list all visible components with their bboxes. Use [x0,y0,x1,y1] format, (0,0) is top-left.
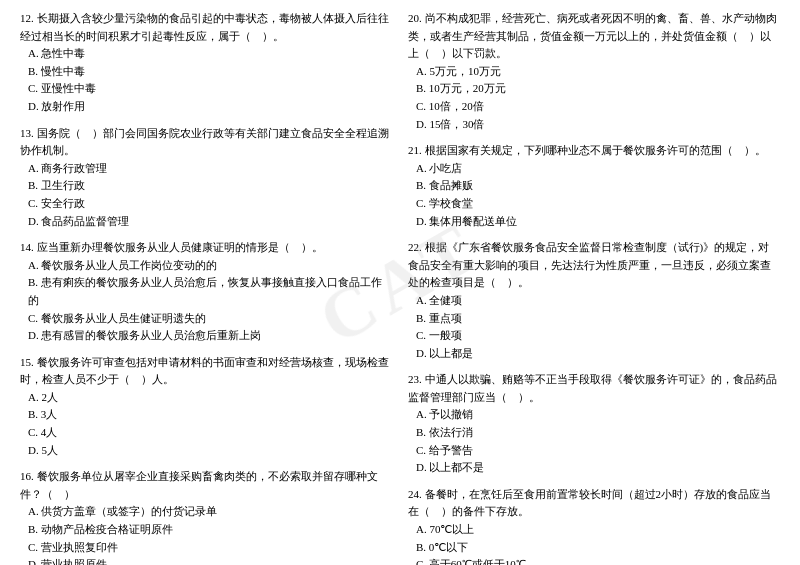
question-23: 23. 中通人以欺骗、贿赂等不正当手段取得《餐饮服务许可证》的，食品药品监督管理… [408,371,780,477]
q21-opt-c: C. 学校食堂 [408,195,780,213]
q21-opt-a: A. 小吃店 [408,160,780,178]
question-14: 14. 应当重新办理餐饮服务从业人员健康证明的情形是（ ）。 A. 餐饮服务从业… [20,239,392,345]
page-container: CAT 12. 长期摄入含较少量污染物的食品引起的中毒状态，毒物被人体摄入后往往… [20,10,780,565]
q21-opt-b: B. 食品摊贩 [408,177,780,195]
question-13: 13. 国务院（ ）部门会同国务院农业行政等有关部门建立食品安全全程追溯协作机制… [20,125,392,231]
q16-opt-c: C. 营业执照复印件 [20,539,392,557]
q24-opt-b: B. 0℃以下 [408,539,780,557]
q20-opt-a: A. 5万元，10万元 [408,63,780,81]
q14-opt-a: A. 餐饮服务从业人员工作岗位变动的的 [20,257,392,275]
q16-opt-d: D. 营业执照原件 [20,556,392,565]
q24-opt-a: A. 70℃以上 [408,521,780,539]
q12-title: 12. 长期摄入含较少量污染物的食品引起的中毒状态，毒物被人体摄入后往往经过相当… [20,10,392,45]
question-12: 12. 长期摄入含较少量污染物的食品引起的中毒状态，毒物被人体摄入后往往经过相当… [20,10,392,116]
q20-opt-c: C. 10倍，20倍 [408,98,780,116]
q13-opt-c: C. 安全行政 [20,195,392,213]
question-22: 22. 根据《广东省餐饮服务食品安全监督日常检查制度（试行)》的规定，对食品安全… [408,239,780,362]
q15-opt-c: C. 4人 [20,424,392,442]
q16-opt-b: B. 动物产品检疫合格证明原件 [20,521,392,539]
q15-opt-a: A. 2人 [20,389,392,407]
q23-opt-b: B. 依法行消 [408,424,780,442]
q23-opt-c: C. 给予警告 [408,442,780,460]
question-16: 16. 餐饮服务单位从屠宰企业直接采购畜禽肉类的，不必索取并留存哪种文件？（ ）… [20,468,392,565]
q23-opt-d: D. 以上都不是 [408,459,780,477]
question-15: 15. 餐饮服务许可审查包括对申请材料的书面审查和对经营场核查，现场检查时，检查… [20,354,392,460]
right-column: 20. 尚不构成犯罪，经营死亡、病死或者死因不明的禽、畜、兽、水产动物肉类，或者… [408,10,780,565]
q22-opt-b: B. 重点项 [408,310,780,328]
q14-opt-b: B. 患有痢疾的餐饮服务从业人员治愈后，恢复从事接触直接入口食品工作的 [20,274,392,309]
q23-opt-a: A. 予以撤销 [408,406,780,424]
question-20: 20. 尚不构成犯罪，经营死亡、病死或者死因不明的禽、畜、兽、水产动物肉类，或者… [408,10,780,133]
q12-opt-d: D. 放射作用 [20,98,392,116]
q24-opt-c: C. 高于60℃或低于10℃ [408,556,780,565]
q12-opt-a: A. 急性中毒 [20,45,392,63]
q21-title: 21. 根据国家有关规定，下列哪种业态不属于餐饮服务许可的范围（ ）。 [408,142,780,160]
q15-title: 15. 餐饮服务许可审查包括对申请材料的书面审查和对经营场核查，现场检查时，检查… [20,354,392,389]
q15-opt-b: B. 3人 [20,406,392,424]
q13-opt-d: D. 食品药品监督管理 [20,213,392,231]
q13-opt-b: B. 卫生行政 [20,177,392,195]
q22-opt-d: D. 以上都是 [408,345,780,363]
q21-opt-d: D. 集体用餐配送单位 [408,213,780,231]
q14-opt-c: C. 餐饮服务从业人员生健证明遗失的 [20,310,392,328]
q14-opt-d: D. 患有感冒的餐饮服务从业人员治愈后重新上岗 [20,327,392,345]
q13-title: 13. 国务院（ ）部门会同国务院农业行政等有关部门建立食品安全全程追溯协作机制… [20,125,392,160]
q12-opt-b: B. 慢性中毒 [20,63,392,81]
q22-opt-c: C. 一般项 [408,327,780,345]
q14-title: 14. 应当重新办理餐饮服务从业人员健康证明的情形是（ ）。 [20,239,392,257]
q20-opt-b: B. 10万元，20万元 [408,80,780,98]
q22-title: 22. 根据《广东省餐饮服务食品安全监督日常检查制度（试行)》的规定，对食品安全… [408,239,780,292]
q12-opt-c: C. 亚慢性中毒 [20,80,392,98]
q24-title: 24. 备餐时，在烹饪后至食用前置常较长时间（超过2小时）存放的食品应当在（ ）… [408,486,780,521]
q23-title: 23. 中通人以欺骗、贿赂等不正当手段取得《餐饮服务许可证》的，食品药品监督管理… [408,371,780,406]
q15-opt-d: D. 5人 [20,442,392,460]
question-21: 21. 根据国家有关规定，下列哪种业态不属于餐饮服务许可的范围（ ）。 A. 小… [408,142,780,230]
q13-opt-a: A. 商务行政管理 [20,160,392,178]
q16-opt-a: A. 供货方盖章（或签字）的付货记录单 [20,503,392,521]
q16-title: 16. 餐饮服务单位从屠宰企业直接采购畜禽肉类的，不必索取并留存哪种文件？（ ） [20,468,392,503]
q20-title: 20. 尚不构成犯罪，经营死亡、病死或者死因不明的禽、畜、兽、水产动物肉类，或者… [408,10,780,63]
left-column: 12. 长期摄入含较少量污染物的食品引起的中毒状态，毒物被人体摄入后往往经过相当… [20,10,392,565]
q20-opt-d: D. 15倍，30倍 [408,116,780,134]
questions-layout: 12. 长期摄入含较少量污染物的食品引起的中毒状态，毒物被人体摄入后往往经过相当… [20,10,780,565]
q22-opt-a: A. 全健项 [408,292,780,310]
question-24: 24. 备餐时，在烹饪后至食用前置常较长时间（超过2小时）存放的食品应当在（ ）… [408,486,780,565]
